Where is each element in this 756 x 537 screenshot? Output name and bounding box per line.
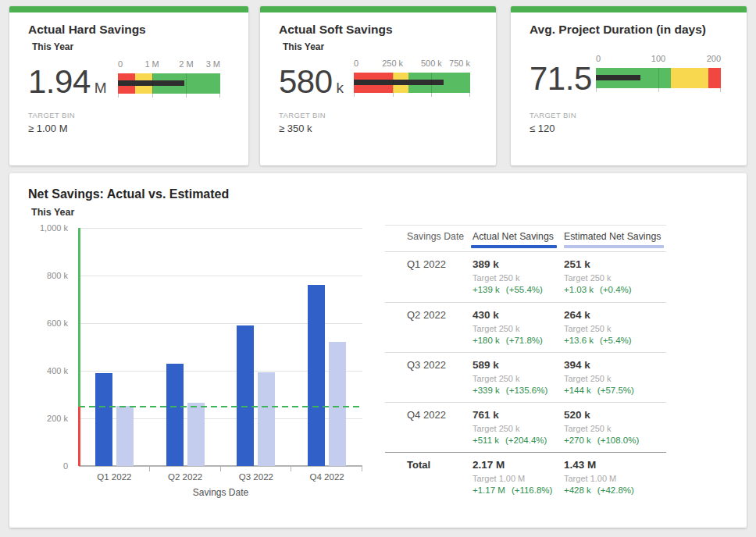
actual-variance: +139 k(+55.4%): [472, 284, 543, 295]
table-header-row: Savings Date Actual Net Savings Estimate…: [385, 226, 666, 252]
estimated-variance-percent: (+5.4%): [600, 336, 632, 345]
bar-estimated-net-savings[interactable]: [116, 406, 134, 466]
bar-estimated-net-savings[interactable]: [187, 403, 205, 466]
table-row[interactable]: Q4 2022761 kTarget 250 k+511 k(+204.4%)5…: [385, 402, 666, 452]
kpi-value-number: 71.5: [530, 60, 592, 97]
bullet-tick-mark: [393, 93, 394, 97]
bullet-measure-bar: [354, 80, 444, 85]
bullet-tick-mark: [658, 88, 659, 92]
column-header-savings-date: Savings Date: [407, 231, 464, 243]
estimated-variance: +270 k(+108.0%): [564, 435, 639, 446]
bar-actual-net-savings[interactable]: [166, 364, 184, 466]
estimated-variance-absolute: +1.03 k: [564, 285, 594, 294]
x-axis-category-label: Q3 2022: [221, 472, 292, 482]
kpi-card-actual-soft-savings: Actual Soft Savings This Year 580k 0250 …: [260, 6, 496, 165]
bullet-tick-label: 0: [596, 54, 601, 63]
estimated-cell: 264 kTarget 250 k+13.6 k(+5.4%): [564, 309, 632, 346]
y-axis-tick-label: 200 k: [47, 414, 68, 424]
bullet-tick-mark: [658, 68, 659, 88]
bullet-tick-mark: [219, 94, 220, 98]
actual-variance: +339 k(+135.6%): [472, 385, 547, 396]
bullet-tick-mark: [393, 73, 394, 93]
bar-actual-net-savings[interactable]: [95, 373, 112, 466]
estimated-series-legend-bar: [564, 245, 664, 248]
bullet-tick-mark: [118, 94, 119, 98]
actual-series-legend-bar: [471, 245, 557, 248]
x-axis-category-label: Q2 2022: [150, 472, 221, 482]
estimated-variance-percent: (+42.8%): [597, 485, 634, 495]
bullet-range-segment: [671, 68, 708, 88]
y-axis-tick-label: 0: [63, 461, 68, 471]
bullet-tick-label: 2 M: [179, 59, 193, 69]
bullet-tick-label: 750 k: [449, 59, 470, 68]
bullet-tick-label: 500 k: [421, 59, 442, 68]
row-label: Q2 2022: [407, 309, 446, 322]
bar-actual-net-savings[interactable]: [237, 325, 254, 466]
net-savings-panel: Net Savings: Actual vs. Estimated This Y…: [9, 173, 747, 528]
estimated-cell: 394 kTarget 250 k+144 k(+57.5%): [564, 359, 634, 396]
card-accent-bar: [511, 6, 747, 12]
card-accent-bar: [9, 6, 248, 12]
kpi-value-number: 580: [279, 63, 333, 100]
bar-actual-net-savings[interactable]: [308, 285, 325, 466]
bullet-tick-label: 3 M: [206, 59, 220, 69]
row-label: Q3 2022: [407, 359, 446, 372]
estimated-value: 251 k: [564, 258, 632, 271]
target-bin-label: TARGET BIN: [530, 111, 576, 120]
card-subtitle: This Year: [32, 41, 73, 53]
actual-variance: +511 k(+204.4%): [472, 435, 547, 446]
estimated-value: 394 k: [564, 359, 634, 372]
actual-variance-percent: (+71.8%): [506, 336, 543, 345]
table-row[interactable]: Q1 2022389 kTarget 250 k+139 k(+55.4%)25…: [385, 252, 666, 302]
row-label: Q1 2022: [407, 258, 446, 271]
bar-estimated-net-savings[interactable]: [258, 372, 275, 466]
estimated-variance: +428 k(+42.8%): [564, 485, 634, 496]
estimated-variance-percent: (+57.5%): [597, 386, 634, 395]
bar-group: [79, 228, 150, 466]
x-axis-title: Savings Date: [79, 487, 362, 498]
table-row[interactable]: Total2.17 MTarget 1.00 M+1.17 M(+116.8%)…: [385, 452, 666, 502]
actual-variance-absolute: +1.17 M: [472, 485, 505, 495]
estimated-variance-percent: (+0.4%): [600, 285, 632, 294]
card-title: Actual Hard Savings: [28, 22, 146, 37]
table-row[interactable]: Q2 2022430 kTarget 250 k+180 k(+71.8%)26…: [385, 302, 666, 352]
card-subtitle: This Year: [283, 41, 324, 53]
actual-target: Target 250 k: [472, 323, 543, 334]
table-row[interactable]: Q3 2022589 kTarget 250 k+339 k(+135.6%)3…: [385, 352, 666, 402]
x-axis-tick-mark: [220, 467, 221, 471]
actual-target: Target 250 k: [472, 373, 547, 384]
bullet-tick-mark: [186, 94, 187, 98]
actual-target: Target 1.00 M: [472, 473, 552, 484]
estimated-target: Target 250 k: [564, 423, 639, 434]
bar-chart-plot-area: 0200 k400 k600 k800 k1,000 kQ1 2022Q2 20…: [79, 228, 362, 466]
y-axis-tick-label: 1,000 k: [40, 223, 68, 233]
actual-cell: 589 kTarget 250 k+339 k(+135.6%): [472, 359, 547, 396]
estimated-cell: 520 kTarget 250 k+270 k(+108.0%): [564, 409, 639, 446]
estimated-value: 264 k: [564, 309, 632, 322]
actual-target: Target 250 k: [472, 272, 543, 283]
bar-estimated-net-savings[interactable]: [329, 342, 346, 466]
bullet-tick-mark: [354, 93, 355, 97]
actual-variance-absolute: +339 k: [472, 386, 500, 395]
estimated-variance: +144 k(+57.5%): [564, 385, 634, 396]
x-axis-tick-mark: [362, 467, 362, 471]
actual-value: 389 k: [472, 258, 543, 271]
x-axis-category-label: Q1 2022: [79, 472, 150, 482]
target-bin-value: ≥ 1.00 M: [28, 122, 68, 135]
card-title: Avg. Project Duration (in days): [530, 22, 706, 37]
y-axis-tick-label: 800 k: [47, 271, 68, 281]
bullet-measure-bar: [118, 80, 184, 86]
bullet-chart: 0250 k500 k750 k: [354, 59, 470, 99]
bullet-tick-label: 0: [118, 59, 123, 69]
estimated-target: Target 250 k: [564, 373, 634, 384]
actual-value: 761 k: [472, 409, 547, 421]
bullet-tick-mark: [720, 88, 721, 92]
estimated-variance: +1.03 k(+0.4%): [564, 284, 632, 295]
bullet-tick-mark: [152, 73, 153, 94]
kpi-value: 71.5: [530, 62, 596, 96]
target-bin-label: TARGET BIN: [279, 111, 326, 120]
card-title: Actual Soft Savings: [279, 22, 393, 37]
bullet-tick-label: 100: [651, 54, 665, 63]
row-label: Total: [407, 459, 430, 471]
target-bin-label: TARGET BIN: [28, 111, 75, 120]
